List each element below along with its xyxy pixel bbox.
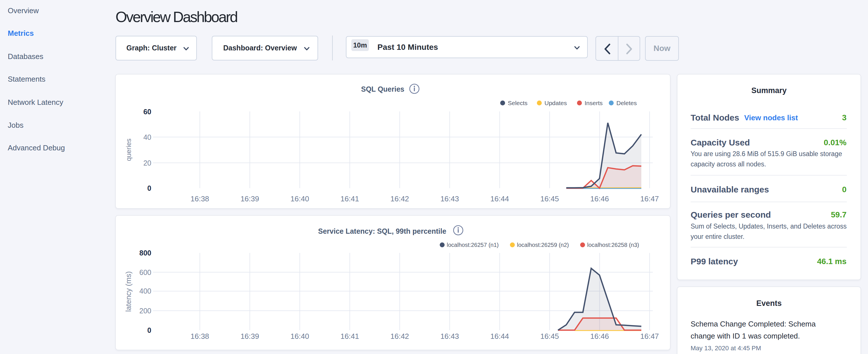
svg-text:60: 60 bbox=[143, 108, 151, 116]
svg-text:SQL Queries: SQL Queries bbox=[361, 85, 404, 93]
svg-text:40: 40 bbox=[143, 133, 151, 141]
svg-text:latency (ms): latency (ms) bbox=[124, 271, 133, 312]
svg-text:16:46: 16:46 bbox=[590, 194, 609, 203]
svg-text:queries: queries bbox=[125, 139, 132, 161]
svg-text:16:45: 16:45 bbox=[540, 332, 559, 341]
svg-text:16:38: 16:38 bbox=[191, 332, 209, 341]
svg-text:16:47: 16:47 bbox=[640, 332, 659, 341]
svg-text:localhost:26258 (n3): localhost:26258 (n3) bbox=[587, 242, 639, 248]
svg-text:0: 0 bbox=[147, 326, 151, 334]
svg-text:400: 400 bbox=[139, 287, 151, 295]
svg-text:localhost:26257 (n1): localhost:26257 (n1) bbox=[447, 242, 499, 248]
svg-text:Inserts: Inserts bbox=[585, 100, 602, 106]
svg-text:16:46: 16:46 bbox=[590, 332, 609, 341]
svg-text:16:41: 16:41 bbox=[340, 194, 359, 203]
svg-text:Deletes: Deletes bbox=[616, 100, 637, 106]
svg-text:16:42: 16:42 bbox=[390, 332, 409, 341]
svg-text:200: 200 bbox=[139, 307, 151, 315]
svg-text:16:43: 16:43 bbox=[440, 332, 459, 341]
svg-text:Selects: Selects bbox=[508, 100, 528, 106]
svg-text:600: 600 bbox=[139, 268, 151, 277]
svg-text:16:44: 16:44 bbox=[490, 194, 509, 203]
svg-text:16:43: 16:43 bbox=[440, 194, 459, 203]
svg-text:16:44: 16:44 bbox=[490, 332, 509, 341]
svg-text:localhost:26259 (n2): localhost:26259 (n2) bbox=[517, 242, 569, 248]
svg-text:16:40: 16:40 bbox=[290, 332, 309, 341]
svg-text:16:39: 16:39 bbox=[241, 194, 259, 203]
svg-text:16:41: 16:41 bbox=[340, 332, 359, 341]
svg-text:Updates: Updates bbox=[545, 100, 567, 106]
svg-text:16:42: 16:42 bbox=[390, 194, 409, 203]
svg-text:16:39: 16:39 bbox=[241, 332, 259, 341]
svg-text:Service Latency: SQL, 99th per: Service Latency: SQL, 99th percentile bbox=[318, 227, 446, 235]
svg-text:16:38: 16:38 bbox=[191, 194, 209, 203]
svg-text:16:47: 16:47 bbox=[640, 194, 659, 203]
svg-text:0: 0 bbox=[147, 184, 151, 192]
svg-text:16:40: 16:40 bbox=[290, 194, 309, 203]
svg-text:800: 800 bbox=[139, 249, 151, 257]
svg-text:20: 20 bbox=[143, 159, 151, 167]
svg-text:16:45: 16:45 bbox=[540, 194, 559, 203]
